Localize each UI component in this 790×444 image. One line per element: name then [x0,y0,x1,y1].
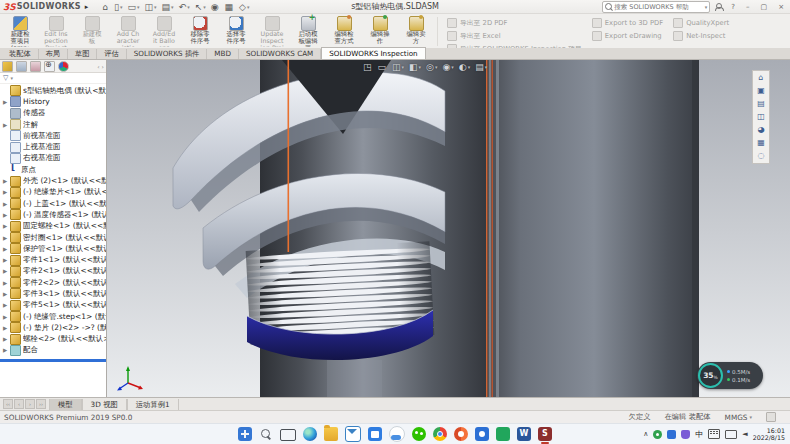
expand-arrow-icon[interactable]: ▶ [2,122,8,128]
tree-item[interactable]: 原点 [0,164,106,175]
expand-arrow-icon[interactable]: ▶ [2,235,8,241]
tree-item[interactable]: 上视基准面 [0,141,106,152]
tab-scroll-right-icon[interactable]: › [25,399,35,409]
edit-appearance-icon[interactable]: ◐▾ [459,61,470,73]
view-orientation-icon[interactable]: ◧▾ [409,61,421,73]
custom-properties-icon[interactable]: ▦ [755,137,767,149]
rollback-bar[interactable] [0,358,106,363]
doc-tab[interactable]: 运动算例1 [127,399,179,410]
commandmanager-tab[interactable]: SOLIDWORKS 插件 [127,49,208,59]
commandmanager-tab[interactable]: MBD [207,49,239,59]
tree-item[interactable]: ▶ (-) 绝缘管.step<1> (默认<<默认> [0,311,106,322]
microsoft-store-icon[interactable] [368,427,382,441]
commandmanager-tab[interactable]: 布局 [39,49,68,59]
interference-lights-icon[interactable]: ◉ [211,2,220,12]
tree-item[interactable]: ▶ 固定螺栓<1> (默认<<默认>_显示 [0,221,106,232]
tree-item[interactable]: ▶ 螺栓<2> (默认<<默认>_显示状态 [0,334,106,345]
tree-item[interactable]: 右视基准面 [0,153,106,164]
search-caret-icon[interactable]: ▾ [705,4,708,10]
expand-arrow-icon[interactable]: ▶ [2,99,8,105]
tree-root[interactable]: s型铝轴热电偶 (默认<默认_显示状态-1 [0,85,106,96]
ribbon-button[interactable]: 编辑检查方式 [326,15,362,48]
mail-app-icon[interactable] [345,426,361,442]
open-document-icon[interactable]: ▭▾ [127,2,139,12]
file-explorer-taskbar-icon[interactable] [324,427,338,441]
configurationmanager-tab-icon[interactable] [30,61,41,72]
view-settings-icon[interactable]: ▤▾ [475,61,487,73]
tree-item[interactable]: ▶ (-) 上盖<1> (默认<<默认>_显示状 [0,198,106,209]
word-app-icon[interactable]: W [517,427,531,441]
close-button[interactable]: × [775,3,787,11]
blue-app-icon[interactable] [475,427,489,441]
print-icon[interactable]: ▤▾ [162,2,174,12]
user-login-icon[interactable] [715,3,723,11]
zoom-fit-icon[interactable]: ◳ [363,61,373,73]
wechat-icon[interactable] [412,427,426,441]
taskbar-search-icon[interactable] [259,427,273,441]
undo-icon[interactable]: ↶▾ [179,2,190,12]
ribbon-button[interactable]: 移除零件序号 [182,15,218,48]
minimize-button[interactable]: – [743,3,753,11]
expand-arrow-icon[interactable]: ▶ [2,347,8,353]
ribbon-button[interactable]: Edit Inspection Project [38,15,74,48]
chrome-icon[interactable] [433,427,447,441]
commandmanager-tab[interactable]: 装配体 [2,49,39,59]
export-button[interactable]: 导出至 2D PDF [447,18,582,28]
ribbon-button[interactable]: Add/Edit Balloons [146,15,182,48]
tree-item[interactable]: 传感器 [0,108,106,119]
solidworks-taskbar-icon-active[interactable]: S [538,427,552,441]
tree-item[interactable]: ▶ History [0,96,106,107]
display-settings-icon[interactable]: ▦ [225,2,235,12]
status-tag-icon[interactable] [766,412,776,422]
tree-item[interactable]: ▶ (-) 温度传感器<1> (默认<<默认>_ [0,209,106,220]
expand-arrow-icon[interactable]: ▶ [2,325,8,331]
help-search-box[interactable]: ▾ [602,1,710,13]
expand-arrow-icon[interactable]: ▶ [2,178,8,184]
filter-caret-icon[interactable]: ▾ [10,75,13,81]
ribbon-button[interactable]: 启动模板编辑器 [290,15,326,48]
appearances-scenes-icon[interactable]: ◕ [755,124,767,136]
home-icon[interactable]: ⌂ [102,2,109,12]
export-button[interactable]: QualityXpert [673,18,729,28]
export-button[interactable]: Export eDrawing [592,31,663,41]
file-explorer-icon[interactable]: ▤ [755,98,767,110]
expand-arrow-icon[interactable]: ▶ [2,314,8,320]
tree-item[interactable]: ▶ 零件2<2> (默认<<默认>_显示状 [0,277,106,288]
recorder-overlay[interactable]: 35% 0.5M/s 0.1M/s [697,362,763,389]
ribbon-button[interactable]: Add Characteristic [110,15,146,48]
start-button-icon[interactable] [238,427,252,441]
expand-arrow-icon[interactable]: ▶ [2,223,8,229]
commandmanager-tab[interactable]: 评估 [97,49,126,59]
help-button[interactable]: ? [728,3,738,11]
commandmanager-tab[interactable]: SOLIDWORKS Inspection [321,47,425,59]
tree-item[interactable]: ▶ 零件2<1> (默认<<默认>_显示状 [0,266,106,277]
ribbon-button[interactable]: 编辑操作 [362,15,398,48]
green-app-icon[interactable] [496,427,510,441]
expand-arrow-icon[interactable]: ▶ [2,280,8,286]
tree-item[interactable]: ▶ (-) 绝缘垫片<1> (默认<<默认>_显 [0,187,106,198]
forum-share-icon[interactable]: ◌ [755,150,767,162]
expand-arrow-icon[interactable]: ▶ [2,336,8,342]
tab-scroll-last-icon[interactable]: ›› [36,399,46,409]
ribbon-button[interactable]: 新建检查项目 (amp;N) [2,15,38,48]
design-library-icon[interactable]: ▣ [755,85,767,97]
section-view-icon[interactable]: ◫▾ [392,61,404,73]
graphics-viewport[interactable]: ◳ ▭ ◫▾ ◧▾ ◎▾ [107,60,790,397]
commandmanager-tab[interactable]: SOLIDWORKS CAM [239,49,321,59]
weather-widget-icon[interactable] [389,426,405,442]
new-document-icon[interactable]: ▯▾ [114,2,122,12]
tree-item[interactable]: 前视基准面 [0,130,106,141]
expand-arrow-icon[interactable]: ▶ [2,201,8,207]
touch-keyboard-icon[interactable] [708,429,720,439]
restore-button[interactable]: ▢ [758,3,771,11]
zoom-area-icon[interactable]: ▭ [378,61,388,73]
ribbon-button[interactable]: 新建模板 [74,15,110,48]
expand-arrow-icon[interactable]: ▶ [2,257,8,263]
units-selector[interactable]: MMGS▾ [725,413,752,422]
export-button[interactable]: Net-Inspect [673,31,729,41]
expand-arrow-icon[interactable]: ▶ [2,212,8,218]
tree-item[interactable]: ▶ 注解 [0,119,106,130]
display-style-icon[interactable]: ◎▾ [426,61,437,73]
panel-tabs-overflow-icon[interactable]: ‹ › [97,63,104,70]
featuremanager-tree-tab-icon[interactable] [2,61,13,72]
